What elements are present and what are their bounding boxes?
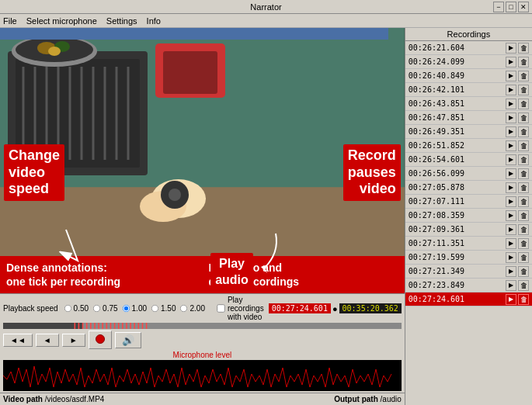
- recording-play-button[interactable]: ▶: [506, 57, 516, 68]
- recording-item[interactable]: 00:26:47.851▶🗑: [405, 111, 532, 125]
- recording-item[interactable]: 00:27:24.601▶🗑: [405, 292, 532, 306]
- recording-time: 00:26:24.099: [409, 57, 504, 66]
- bottom-annotations: Dense annotations:one tick per recording…: [0, 256, 405, 293]
- recording-item[interactable]: 00:27:05.878▶🗑: [405, 181, 532, 195]
- recording-play-button[interactable]: ▶: [506, 294, 516, 305]
- recording-time: 00:26:47.851: [409, 113, 504, 122]
- recording-delete-button[interactable]: 🗑: [518, 126, 529, 137]
- menu-select-microphone[interactable]: Select microphone: [26, 16, 97, 26]
- recording-play-button[interactable]: ▶: [506, 210, 516, 221]
- recording-play-button[interactable]: ▶: [506, 126, 516, 137]
- recording-play-button[interactable]: ▶: [506, 168, 516, 179]
- step-back-button[interactable]: ◄: [36, 334, 59, 347]
- svg-point-18: [48, 47, 61, 56]
- minimize-button[interactable]: −: [493, 2, 504, 12]
- record-button[interactable]: [89, 331, 112, 349]
- recording-item[interactable]: 00:26:49.351▶🗑: [405, 125, 532, 139]
- recording-play-button[interactable]: ▶: [506, 266, 516, 277]
- speed-100[interactable]: 1.00: [121, 303, 147, 313]
- app-title: Narrator: [250, 2, 281, 12]
- recording-delete-button[interactable]: 🗑: [518, 182, 529, 193]
- recording-delete-button[interactable]: 🗑: [518, 196, 529, 207]
- recording-item[interactable]: 00:27:23.849▶🗑: [405, 279, 532, 292]
- recording-delete-button[interactable]: 🗑: [518, 266, 529, 277]
- recording-play-button[interactable]: ▶: [506, 238, 516, 249]
- recording-delete-button[interactable]: 🗑: [518, 43, 529, 54]
- annotation-dense-annotations: Dense annotations:one tick per recording: [0, 256, 202, 293]
- svg-rect-21: [0, 28, 388, 40]
- recording-time: 00:27:21.349: [409, 267, 504, 275]
- recording-item[interactable]: 00:27:09.361▶🗑: [405, 223, 532, 237]
- recording-play-button[interactable]: ▶: [506, 224, 516, 235]
- recording-play-button[interactable]: ▶: [506, 280, 516, 291]
- recording-time: 00:26:42.101: [409, 85, 504, 94]
- recording-item[interactable]: 00:26:24.099▶🗑: [405, 55, 532, 69]
- recording-play-button[interactable]: ▶: [506, 154, 516, 165]
- recording-delete-button[interactable]: 🗑: [518, 238, 529, 249]
- menu-info[interactable]: Info: [147, 16, 161, 26]
- recording-play-button[interactable]: ▶: [506, 112, 516, 123]
- recording-time: 00:26:43.851: [409, 99, 504, 108]
- recording-delete-button[interactable]: 🗑: [518, 140, 529, 151]
- maximize-button[interactable]: □: [506, 2, 516, 12]
- recording-play-button[interactable]: ▶: [506, 43, 516, 54]
- recording-item[interactable]: 00:26:40.849▶🗑: [405, 69, 532, 83]
- recording-delete-button[interactable]: 🗑: [518, 99, 529, 109]
- recording-delete-button[interactable]: 🗑: [518, 85, 529, 95]
- speed-150[interactable]: 1.50: [150, 303, 176, 313]
- video-area: Changevideospeed Recordpausesvideo: [0, 28, 405, 293]
- play-with-video-checkbox[interactable]: Play recordings with video: [216, 296, 264, 321]
- volume-button[interactable]: 🔊: [115, 332, 141, 348]
- recording-play-button[interactable]: ▶: [506, 252, 516, 263]
- recording-item[interactable]: 00:26:54.601▶🗑: [405, 153, 532, 167]
- recording-delete-button[interactable]: 🗑: [518, 168, 529, 179]
- recording-delete-button[interactable]: 🗑: [518, 154, 529, 165]
- recording-play-button[interactable]: ▶: [506, 71, 516, 81]
- recording-item[interactable]: 00:26:56.099▶🗑: [405, 167, 532, 181]
- recording-item[interactable]: 00:26:51.852▶🗑: [405, 139, 532, 153]
- time-display: 00:27:24.601 ● 00:35:20.362: [269, 303, 402, 313]
- recording-delete-button[interactable]: 🗑: [518, 294, 529, 305]
- close-button[interactable]: ✕: [518, 2, 529, 12]
- recording-item[interactable]: 00:26:21.604▶🗑: [405, 41, 532, 55]
- recording-play-button[interactable]: ▶: [506, 182, 516, 193]
- recording-item[interactable]: 00:27:11.351▶🗑: [405, 237, 532, 251]
- rewind-button[interactable]: ◄◄: [3, 334, 33, 347]
- recording-time: 00:26:51.852: [409, 141, 504, 150]
- menu-file[interactable]: File: [3, 16, 17, 26]
- play-button[interactable]: ►: [62, 334, 85, 347]
- recording-delete-button[interactable]: 🗑: [518, 224, 529, 235]
- recording-item[interactable]: 00:27:08.359▶🗑: [405, 209, 532, 223]
- menu-settings[interactable]: Settings: [106, 16, 137, 26]
- recording-time: 00:26:40.849: [409, 71, 504, 80]
- recording-play-button[interactable]: ▶: [506, 140, 516, 151]
- svg-rect-47: [3, 360, 402, 391]
- playback-speed-label: Playback speed: [3, 304, 58, 313]
- recording-item[interactable]: 00:27:19.599▶🗑: [405, 251, 532, 265]
- recording-play-button[interactable]: ▶: [506, 196, 516, 207]
- recording-time: 00:27:07.111: [409, 197, 504, 206]
- recording-play-button[interactable]: ▶: [506, 99, 516, 109]
- speed-050[interactable]: 0.50: [63, 303, 89, 313]
- recording-item[interactable]: 00:27:07.111▶🗑: [405, 195, 532, 209]
- record-dot: [96, 334, 105, 344]
- recording-item[interactable]: 00:26:42.101▶🗑: [405, 83, 532, 97]
- seek-bar[interactable]: [3, 323, 402, 329]
- recording-play-button[interactable]: ▶: [506, 85, 516, 95]
- recording-item[interactable]: 00:26:43.851▶🗑: [405, 97, 532, 111]
- recording-time: 00:27:19.599: [409, 253, 504, 261]
- recording-delete-button[interactable]: 🗑: [518, 280, 529, 291]
- recording-item[interactable]: 00:27:21.349▶🗑: [405, 265, 532, 279]
- recording-delete-button[interactable]: 🗑: [518, 71, 529, 81]
- waveform-display: [3, 360, 402, 391]
- video-frame: Changevideospeed Recordpausesvideo: [0, 28, 405, 293]
- mic-level-label: Microphone level: [3, 351, 402, 359]
- recording-delete-button[interactable]: 🗑: [518, 57, 529, 68]
- annotation-change-video-speed: Changevideospeed: [4, 144, 64, 201]
- recording-delete-button[interactable]: 🗑: [518, 210, 529, 221]
- recording-delete-button[interactable]: 🗑: [518, 252, 529, 263]
- speed-200[interactable]: 2.00: [179, 303, 204, 313]
- recording-delete-button[interactable]: 🗑: [518, 112, 529, 123]
- speed-075[interactable]: 0.75: [92, 303, 117, 313]
- recording-time: 00:27:09.361: [409, 225, 504, 234]
